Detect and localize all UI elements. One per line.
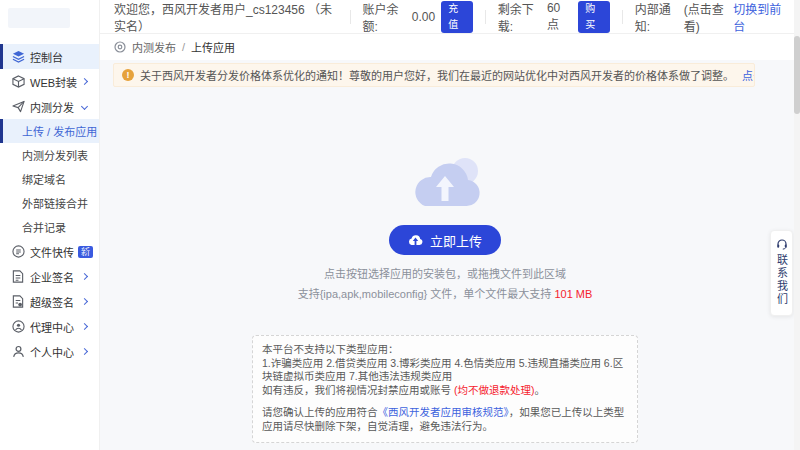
breadcrumb: 内测发布 / 上传应用 xyxy=(100,34,800,60)
policy-line1: 本平台不支持以下类型应用： xyxy=(262,343,628,357)
max-size-value: 101 MB xyxy=(554,288,592,300)
divider xyxy=(350,10,351,24)
sidebar-subitem-label: 外部链接合并 xyxy=(22,195,88,211)
balance-value: 0.00 xyxy=(412,10,435,24)
target-icon xyxy=(114,41,126,53)
divider xyxy=(485,10,486,24)
chevron-right-icon xyxy=(81,78,88,85)
breadcrumb-last: 上传应用 xyxy=(191,39,235,55)
paper-plane-icon xyxy=(11,100,25,114)
sidebar-subitem-external-link-merge[interactable]: 外部链接合并 xyxy=(0,191,99,215)
person-icon xyxy=(11,345,25,359)
upload-hint-line2: 支持{ipa,apk,mobileconfig} 文件，单个文件最大支持 101… xyxy=(100,285,790,301)
no-refund-note: (均不做退款处理) xyxy=(454,384,535,396)
sidebar-item-label: 个人中心 xyxy=(30,344,74,360)
breadcrumb-first[interactable]: 内测发布 xyxy=(132,39,176,55)
upload-zone[interactable]: 立即上传 点击按钮选择应用的安装包，或拖拽文件到此区域 支持{ipa,apk,m… xyxy=(100,154,790,443)
sidebar-menu: 控制台 WEB封装 内测分发 上传 / 发布应用 内测分发列表 绑定域名 外部链… xyxy=(0,44,99,364)
layers-icon xyxy=(11,50,25,64)
sidebar-item-console[interactable]: 控制台 xyxy=(0,44,99,69)
chevron-right-icon xyxy=(81,323,88,330)
page-scrollbar[interactable] xyxy=(794,0,800,450)
buy-button[interactable]: 购买 xyxy=(578,1,610,33)
file-transfer-icon xyxy=(11,245,25,259)
document-seal-icon xyxy=(11,295,25,309)
review-spec-link[interactable]: 《西风开发者应用审核规范》 xyxy=(378,406,509,418)
upload-now-button[interactable]: 立即上传 xyxy=(389,225,501,255)
sidebar-item-agent-center[interactable]: 代理中心 xyxy=(0,314,99,339)
sidebar-subitem-merge-records[interactable]: 合并记录 xyxy=(0,215,99,239)
sidebar-item-label: 内测分发 xyxy=(30,99,74,115)
chevron-right-icon xyxy=(81,348,88,355)
headset-icon xyxy=(776,238,788,250)
sidebar-item-label: 文件快传 xyxy=(30,244,74,260)
contact-us-label: 联系我们 xyxy=(774,254,790,306)
sidebar-item-file-transfer[interactable]: 文件快传 新 xyxy=(0,239,99,264)
agent-icon xyxy=(11,320,25,334)
balance-label: 账户余额: xyxy=(363,0,408,34)
sidebar-subitem-label: 内测分发列表 xyxy=(22,147,88,163)
internal-notice-link[interactable]: (点击查看) xyxy=(684,0,733,34)
sidebar-item-label: WEB封装 xyxy=(30,74,77,90)
sidebar-item-label: 控制台 xyxy=(30,49,63,65)
switch-to-front-link[interactable]: 切换到前台 xyxy=(733,0,786,34)
cloud-upload-illustration xyxy=(395,154,495,215)
sidebar-item-label: 超级签名 xyxy=(30,294,74,310)
recharge-button[interactable]: 充值 xyxy=(441,1,473,33)
chevron-down-icon xyxy=(81,103,88,110)
sidebar-item-super-sign[interactable]: 超级签名 xyxy=(0,289,99,314)
policy-notice-box: 本平台不支持以下类型应用： 1.诈骗类应用 2.借贷类应用 3.博彩类应用 4.… xyxy=(252,335,638,443)
sidebar: 控制台 WEB封装 内测分发 上传 / 发布应用 内测分发列表 绑定域名 外部链… xyxy=(0,0,100,450)
document-icon xyxy=(11,270,25,284)
cloud-upload-icon xyxy=(408,234,423,246)
scrollbar-thumb[interactable] xyxy=(794,36,800,114)
sidebar-subitem-distribution-list[interactable]: 内测分发列表 xyxy=(0,143,99,167)
sidebar-subitem-upload-publish[interactable]: 上传 / 发布应用 xyxy=(0,119,99,143)
sidebar-subitem-label: 绑定域名 xyxy=(22,171,66,187)
upload-hint-line1: 点击按钮选择应用的安装包，或拖拽文件到此区域 xyxy=(100,265,790,281)
sidebar-item-enterprise-sign[interactable]: 企业签名 xyxy=(0,264,99,289)
cube-icon xyxy=(11,75,25,89)
app-logo xyxy=(8,8,70,28)
internal-notice-label: 内部通知: xyxy=(635,0,680,34)
banner-detail-link[interactable]: 点击查看详情 xyxy=(742,67,755,83)
sidebar-subitem-label: 合并记录 xyxy=(22,219,66,235)
chevron-right-icon xyxy=(81,298,88,305)
user-greeting: 欢迎您，西风开发者用户_cs123456 （未实名） xyxy=(114,0,338,34)
divider xyxy=(622,10,623,24)
policy-line4: 请您确认上传的应用符合《西风开发者应用审核规范》，如果您已上传以上类型应用请尽快… xyxy=(262,406,628,433)
sidebar-item-beta-distribution[interactable]: 内测分发 xyxy=(0,94,99,119)
sidebar-item-personal-center[interactable]: 个人中心 xyxy=(0,339,99,364)
upload-button-label: 立即上传 xyxy=(430,231,482,250)
policy-line2: 1.诈骗类应用 2.借贷类应用 3.博彩类应用 4.色情类应用 5.违规直播类应… xyxy=(262,357,628,384)
sidebar-item-label: 代理中心 xyxy=(30,319,74,335)
sidebar-subitem-bind-domain[interactable]: 绑定域名 xyxy=(0,167,99,191)
sidebar-item-web-package[interactable]: WEB封装 xyxy=(0,69,99,94)
breadcrumb-separator: / xyxy=(182,41,185,53)
chevron-right-icon xyxy=(81,273,88,280)
sidebar-item-label: 企业签名 xyxy=(30,269,74,285)
downloads-label: 剩余下载: xyxy=(498,0,543,34)
main-content: 内测发布 / 上传应用 ! 关于西风开发者分发价格体系优化的通知！尊敬的用户您好… xyxy=(100,34,800,450)
top-header: 欢迎您，西风开发者用户_cs123456 （未实名） 账户余额: 0.00 充值… xyxy=(100,0,800,34)
policy-line3: 如有违反，我们将视情况封禁应用或账号 (均不做退款处理)。 xyxy=(262,384,628,398)
warning-icon: ! xyxy=(122,69,134,81)
banner-text: 关于西风开发者分发价格体系优化的通知！尊敬的用户您好，我们在最近的网站优化中对西… xyxy=(140,67,734,83)
sidebar-subitem-label: 上传 / 发布应用 xyxy=(22,123,97,139)
contact-us-tab[interactable]: 联系我们 xyxy=(770,230,793,316)
notice-banner: ! 关于西风开发者分发价格体系优化的通知！尊敬的用户您好，我们在最近的网站优化中… xyxy=(113,63,755,87)
downloads-value: 60 点 xyxy=(547,1,572,32)
